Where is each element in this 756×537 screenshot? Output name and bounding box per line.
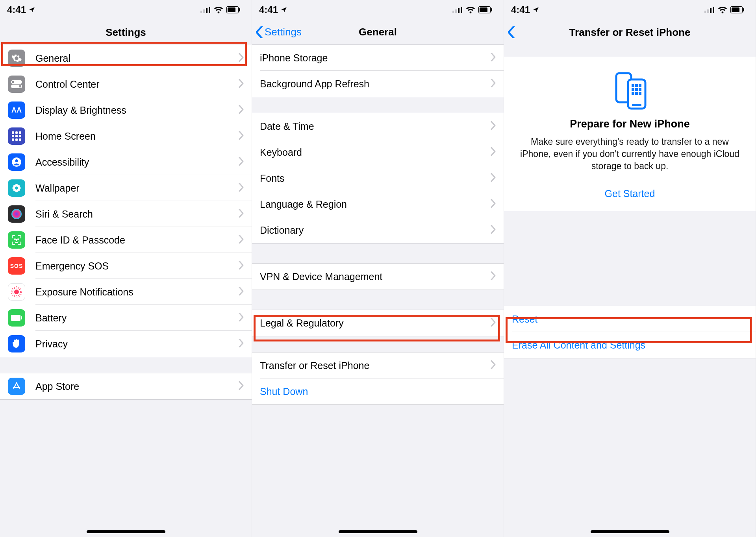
chevron-right-icon	[239, 312, 244, 324]
screen-settings: 4:41 Settings GeneralControl CenterAADis…	[0, 0, 252, 537]
svg-rect-58	[632, 88, 634, 91]
row-label: Dictionary	[260, 225, 491, 236]
svg-rect-51	[732, 7, 739, 12]
row-erase[interactable]: Erase All Content and Settings	[504, 332, 756, 358]
row-wallpaper[interactable]: Wallpaper	[0, 175, 252, 201]
chevron-left-icon	[508, 26, 515, 38]
row-general[interactable]: General	[0, 45, 252, 71]
svg-rect-55	[632, 84, 634, 87]
battery-icon	[226, 6, 241, 13]
row-label: Background App Refresh	[260, 78, 491, 90]
chevron-right-icon	[239, 338, 244, 350]
exposure-icon	[8, 283, 25, 301]
cellular-signal-icon	[200, 7, 211, 13]
svg-rect-1	[203, 9, 205, 13]
faceid-icon	[8, 231, 25, 249]
row-exposure[interactable]: Exposure Notifications	[0, 279, 252, 305]
page-title: Transfer or Reset iPhone	[504, 26, 756, 39]
nav-back-button[interactable]: Settings	[252, 26, 302, 38]
row-label: Reset	[512, 314, 748, 325]
svg-point-21	[15, 159, 18, 162]
row-battery[interactable]: Battery	[0, 305, 252, 331]
svg-rect-11	[12, 131, 14, 134]
svg-rect-52	[743, 8, 744, 11]
row-transfer-reset[interactable]: Transfer or Reset iPhone	[252, 352, 504, 378]
control-center-icon	[8, 76, 25, 93]
row-fonts[interactable]: Fonts	[252, 165, 504, 191]
row-lang[interactable]: Language & Region	[252, 191, 504, 217]
row-accessibility[interactable]: Accessibility	[0, 149, 252, 175]
svg-rect-40	[455, 9, 457, 13]
row-label: Shut Down	[260, 386, 496, 397]
svg-rect-18	[15, 138, 18, 141]
chevron-right-icon	[491, 270, 496, 283]
svg-rect-57	[639, 84, 641, 87]
svg-rect-44	[480, 7, 487, 12]
row-privacy[interactable]: Privacy	[0, 331, 252, 357]
svg-rect-49	[713, 7, 714, 13]
svg-rect-13	[19, 131, 21, 134]
svg-rect-38	[21, 316, 22, 319]
row-dict[interactable]: Dictionary	[252, 217, 504, 243]
row-shutdown[interactable]: Shut Down	[252, 378, 504, 404]
transfer-reset-list[interactable]: Prepare for New iPhone Make sure everyth…	[504, 57, 756, 537]
nav-header: Settings	[0, 20, 252, 45]
status-bar: 4:41	[504, 0, 756, 20]
nav-back-button[interactable]	[504, 26, 517, 38]
svg-rect-14	[12, 135, 14, 137]
svg-rect-15	[15, 135, 18, 137]
location-services-icon	[28, 6, 35, 13]
battery-icon	[730, 6, 745, 13]
row-label: App Store	[35, 381, 239, 392]
svg-rect-59	[635, 88, 638, 91]
home-screen-icon	[8, 127, 25, 145]
chevron-right-icon	[239, 104, 244, 116]
chevron-left-icon	[256, 26, 263, 38]
row-bg-refresh[interactable]: Background App Refresh	[252, 71, 504, 97]
row-reset[interactable]: Reset	[504, 306, 756, 332]
home-indicator[interactable]	[591, 530, 669, 533]
chevron-right-icon	[239, 156, 244, 168]
svg-point-10	[19, 85, 21, 88]
row-siri[interactable]: Siri & Search	[0, 201, 252, 227]
svg-rect-48	[710, 8, 712, 13]
chevron-right-icon	[239, 260, 244, 272]
chevron-right-icon	[239, 78, 244, 90]
row-legal[interactable]: Legal & Regulatory	[252, 310, 504, 336]
row-iphone-storage[interactable]: iPhone Storage	[252, 45, 504, 71]
row-label: Fonts	[260, 173, 491, 184]
wifi-icon	[718, 6, 727, 13]
nav-header: Transfer or Reset iPhone	[504, 20, 756, 45]
wifi-icon	[466, 6, 475, 13]
chevron-right-icon	[239, 208, 244, 220]
status-time: 4:41	[7, 4, 26, 15]
row-control-center[interactable]: Control Center	[0, 71, 252, 97]
row-faceid[interactable]: Face ID & Passcode	[0, 227, 252, 253]
svg-rect-0	[200, 11, 202, 13]
row-home-screen[interactable]: Home Screen	[0, 123, 252, 149]
row-sos[interactable]: SOSEmergency SOS	[0, 253, 252, 279]
settings-list[interactable]: GeneralControl CenterAADisplay & Brightn…	[0, 45, 252, 537]
svg-rect-63	[639, 92, 641, 95]
home-indicator[interactable]	[339, 530, 417, 533]
phones-transfer-icon	[516, 71, 744, 112]
row-app-store[interactable]: App Store	[0, 373, 252, 399]
home-indicator[interactable]	[87, 530, 165, 533]
chevron-right-icon	[491, 120, 496, 133]
siri-icon	[8, 205, 25, 223]
wallpaper-icon	[8, 179, 25, 197]
general-list[interactable]: iPhone StorageBackground App Refresh Dat…	[252, 45, 504, 537]
row-date-time[interactable]: Date & Time	[252, 113, 504, 139]
svg-rect-64	[632, 104, 641, 106]
svg-rect-39	[452, 11, 454, 13]
get-started-button[interactable]: Get Started	[516, 188, 744, 199]
row-label: Accessibility	[35, 157, 239, 168]
row-label: General	[35, 53, 239, 64]
svg-rect-61	[632, 92, 634, 95]
row-vpn[interactable]: VPN & Device Management	[252, 264, 504, 290]
display-icon: AA	[8, 101, 25, 119]
row-display[interactable]: AADisplay & Brightness	[0, 97, 252, 123]
card-description: Make sure everything's ready to transfer…	[516, 136, 744, 172]
svg-point-34	[14, 290, 19, 294]
row-keyboard[interactable]: Keyboard	[252, 139, 504, 165]
